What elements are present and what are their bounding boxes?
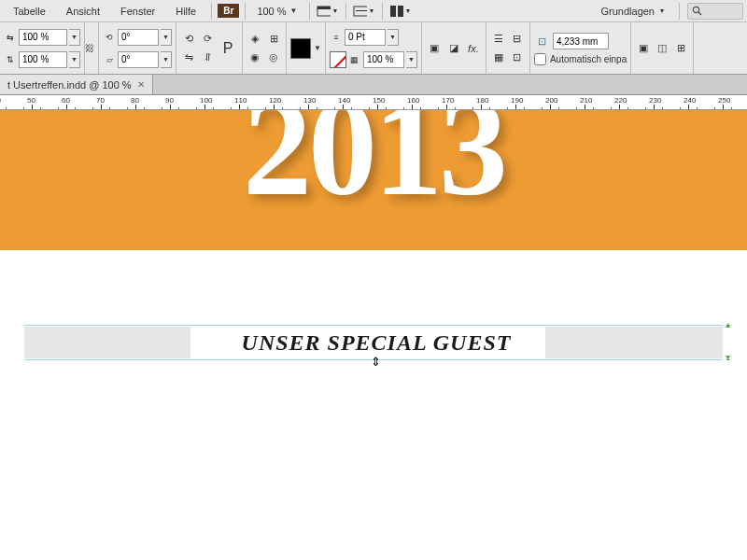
stroke-weight-icon: ≡ [330,33,343,42]
opacity-dropdown[interactable]: ▼ [406,51,417,68]
svg-rect-4 [390,6,396,17]
control-panel: ⇆ ▼ ⇅ ▼ ⛓ ⟲ ▼ ▱ ▼ ⟲ ⟳ ⇋ [0,22,747,75]
fill-swatch[interactable] [290,38,311,59]
menu-ansicht[interactable]: Ansicht [57,3,109,20]
crop-icon[interactable]: ⊡ [534,33,551,49]
view-mode-icon[interactable]: ▼ [316,2,340,21]
zoom-level-menu[interactable]: 100 %▼ [251,4,303,19]
rotate-input[interactable] [118,29,159,46]
document-tab-bar: t Usertreffen.indd @ 100 % ✕ [0,75,747,95]
flip-v-icon[interactable]: ⥯ [199,49,216,66]
frame-text: UNSER SPECIAL GUEST [242,330,512,356]
bridge-icon[interactable]: Br [218,4,239,18]
fx-icon[interactable]: fx. [465,40,482,57]
canvas[interactable]: 2013 UNSER SPECIAL GUEST ▴ ▾ ⇕ [0,110,747,560]
opacity-icon: ▦ [348,55,361,64]
link-scale-icon[interactable]: ⛓ [85,37,94,60]
dimension-bracket: ▴ ▾ [723,325,730,360]
select-prev-icon[interactable]: ◉ [247,49,263,66]
scale-y-icon: ⇅ [4,55,17,64]
search-input[interactable] [687,3,743,20]
close-tab-icon[interactable]: ✕ [137,79,145,90]
shear-dropdown[interactable]: ▼ [161,51,172,68]
scale-y-dropdown[interactable]: ▼ [69,51,80,68]
menu-fenster[interactable]: Fenster [111,3,164,20]
svg-line-7 [698,12,701,15]
scale-x-dropdown[interactable]: ▼ [69,29,80,46]
stroke-weight-input[interactable] [345,29,386,46]
rotate-dropdown[interactable]: ▼ [161,29,172,46]
text-wrap-jump-icon[interactable]: ⊟ [509,31,526,48]
stroke-swatch[interactable] [330,51,346,68]
autofit-checkbox[interactable] [534,53,546,65]
drop-shadow-icon[interactable]: ◪ [445,40,462,57]
effects-icon[interactable]: ▣ [426,40,443,57]
corner-options-icon[interactable]: ⊡ [509,49,526,66]
resize-cursor-icon: ⇕ [371,355,381,369]
document-tab[interactable]: t Usertreffen.indd @ 100 % ✕ [0,75,153,94]
select-content-icon[interactable]: ⊞ [265,31,282,48]
horizontal-ruler: 4050607080901001101201301401501601701801… [0,95,747,110]
fit-content-icon[interactable]: ▣ [635,40,652,57]
select-container-icon[interactable]: ◈ [247,31,263,48]
text-frame[interactable]: UNSER SPECIAL GUEST ▴ ▾ ⇕ [24,325,728,360]
stroke-dropdown[interactable]: ▼ [388,29,399,46]
menu-tabelle[interactable]: Tabelle [4,3,55,20]
character-p-icon[interactable]: P [218,40,238,57]
text-wrap-none-icon[interactable]: ☰ [490,31,507,48]
select-next-icon[interactable]: ◎ [265,49,282,66]
center-content-icon[interactable]: ⊞ [672,40,689,57]
text-wrap-around-icon[interactable]: ▦ [490,49,507,66]
arrange-icon[interactable]: ▼ [388,2,413,21]
rotate-icon: ⟲ [103,33,116,42]
swatch-dropdown[interactable]: ▼ [314,44,321,52]
fit-frame-icon[interactable]: ◫ [654,40,670,57]
svg-point-6 [693,7,698,12]
banner-text: 2013 [243,110,504,207]
rotate-ccw-icon[interactable]: ⟲ [180,31,197,48]
scale-y-input[interactable] [19,51,67,68]
banner-frame: 2013 [0,110,747,250]
scale-x-icon: ⇆ [4,33,17,42]
shear-input[interactable] [118,51,159,68]
workspace-switcher[interactable]: Grundlagen▾ [594,4,672,19]
screen-mode-icon[interactable]: ▼ [352,2,376,21]
width-input[interactable] [553,33,609,49]
flip-h-icon[interactable]: ⇋ [180,49,197,66]
shear-icon: ▱ [103,55,116,64]
menu-bar: Tabelle Ansicht Fenster Hilfe Br 100 %▼ … [0,0,747,22]
svg-rect-1 [317,7,331,9]
svg-rect-5 [398,6,403,17]
rotate-cw-icon[interactable]: ⟳ [199,31,216,48]
svg-rect-3 [356,10,367,11]
scale-x-input[interactable] [19,29,67,46]
menu-hilfe[interactable]: Hilfe [166,3,205,20]
autofit-label: Automatisch einpa [550,54,627,64]
opacity-input[interactable] [363,51,404,68]
